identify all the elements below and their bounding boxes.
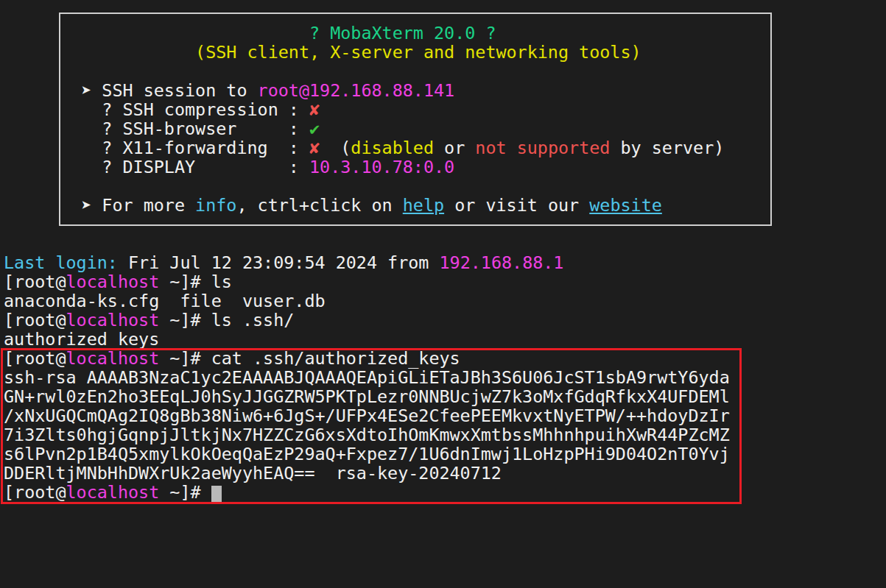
- terminal-cursor: [211, 486, 222, 503]
- terminal-line: Last login: Fri Jul 12 23:09:54 2024 fro…: [4, 253, 730, 272]
- terminal-line: GN+rwl0zEn2ho3EEqLJ0hSyJJGGZRW5PKTpLezr0…: [4, 387, 730, 406]
- text-segment: authorized_keys: [4, 329, 159, 350]
- text-segment: ➤ SSH session to: [60, 80, 258, 101]
- text-segment: Fri Jul 12 23:09:54 2024 from: [118, 252, 440, 273]
- terminal-line: ? X11-forwarding : ✘ (disabled or not su…: [60, 138, 770, 157]
- terminal-line: DDERltjMNbHhDWXrUk2aeWyyhEAQ== rsa-key-2…: [4, 464, 730, 483]
- text-segment: [root@: [4, 272, 66, 292]
- terminal-line: anaconda-ks.cfg file vuser.db: [4, 291, 730, 311]
- text-segment: ~]# cat .ssh/authorized_keys: [159, 348, 460, 369]
- website-link[interactable]: website: [589, 195, 662, 216]
- text-segment: root@192.168.88.141: [258, 80, 455, 101]
- terminal-line: ? DISPLAY : 10.3.10.78:0.0: [60, 157, 770, 177]
- text-segment: anaconda-ks.cfg file vuser.db: [4, 291, 326, 311]
- text-segment: 10.3.10.78:0.0: [309, 157, 454, 177]
- terminal-line: ➤ For more info, ctrl+click on help or v…: [60, 196, 770, 215]
- text-segment: localhost: [66, 310, 160, 330]
- text-segment: ? SSH-browser :: [60, 118, 309, 139]
- terminal-line: ➤ SSH session to root@192.168.88.141: [60, 81, 770, 100]
- terminal-line: [root@localhost ~]# ls .ssh/: [4, 311, 730, 330]
- text-segment: disabled: [351, 138, 434, 158]
- text-segment: ? SSH compression :: [60, 99, 309, 120]
- terminal-line: ? SSH-browser : ✔: [60, 119, 770, 138]
- text-segment: info: [195, 195, 236, 216]
- text-segment: (SSH client, X-server and networking too…: [60, 42, 641, 63]
- help-link[interactable]: help: [403, 195, 444, 216]
- text-segment: , ctrl+click on: [236, 195, 402, 216]
- terminal-line: [root@localhost ~]#: [4, 483, 730, 502]
- text-segment: s6lPvn2p1B4Q5xmylkOkOeqQaEzP29aQ+Fxpez7/…: [4, 444, 730, 464]
- terminal-line: s6lPvn2p1B4Q5xmylkOkOeqQaEzP29aQ+Fxpez7/…: [4, 444, 730, 464]
- banner-lines: ? MobaXterm 20.0 ? (SSH client, X-server…: [60, 24, 770, 215]
- terminal-line: [root@localhost ~]# cat .ssh/authorized_…: [4, 349, 730, 368]
- terminal-output: Last login: Fri Jul 12 23:09:54 2024 fro…: [4, 253, 730, 502]
- text-segment: ~]#: [159, 482, 211, 503]
- text-segment: or visit our: [444, 195, 589, 216]
- terminal-line: [60, 62, 770, 81]
- text-segment: ✘: [309, 138, 320, 158]
- text-segment: 7i3Zlts0hgjGqnpjJltkjNx7HZZCzG6xsXdtoIhO…: [4, 425, 730, 445]
- terminal-line: ? MobaXterm 20.0 ?: [60, 24, 770, 43]
- text-segment: ➤ For more: [60, 195, 195, 216]
- text-segment: ssh-rsa AAAAB3NzaC1yc2EAAAABJQAAAQEApiGL…: [4, 367, 730, 388]
- text-segment: [root@: [4, 348, 66, 369]
- text-segment: Last login:: [4, 252, 118, 273]
- terminal-line: authorized_keys: [4, 330, 730, 349]
- text-segment: localhost: [66, 348, 160, 369]
- text-segment: ~]# ls .ssh/: [159, 310, 294, 330]
- terminal-line: /xNxUGQCmQAg2IQ8gBb38Niw6+6JgS+/UFPx4ESe…: [4, 406, 730, 425]
- text-segment: ✘: [309, 99, 320, 120]
- mobaxterm-banner: ? MobaXterm 20.0 ? (SSH client, X-server…: [59, 13, 772, 226]
- text-segment: GN+rwl0zEn2ho3EEqLJ0hSyJJGGZRW5PKTpLezr0…: [4, 386, 730, 407]
- terminal-screen[interactable]: ? MobaXterm 20.0 ? (SSH client, X-server…: [0, 0, 886, 588]
- text-segment: or: [434, 138, 475, 158]
- text-segment: ? MobaXterm 20.0 ?: [60, 23, 496, 43]
- text-segment: DDERltjMNbHhDWXrUk2aeWyyhEAQ== rsa-key-2…: [4, 463, 502, 483]
- text-segment: by server): [610, 138, 724, 158]
- terminal-line: [root@localhost ~]# ls: [4, 272, 730, 291]
- text-segment: not supported: [475, 138, 610, 158]
- text-segment: ~]# ls: [159, 272, 232, 292]
- terminal-line: 7i3Zlts0hgjGqnpjJltkjNx7HZZCzG6xsXdtoIhO…: [4, 425, 730, 444]
- text-segment: [root@: [4, 310, 66, 330]
- terminal-line: ? SSH compression : ✘: [60, 100, 770, 119]
- text-segment: ? DISPLAY :: [60, 157, 309, 177]
- text-segment: ? X11-forwarding :: [60, 138, 309, 158]
- text-segment: localhost: [66, 272, 160, 292]
- text-segment: [root@: [4, 482, 66, 503]
- terminal-line: ssh-rsa AAAAB3NzaC1yc2EAAAABJQAAAQEApiGL…: [4, 368, 730, 387]
- terminal-line: (SSH client, X-server and networking too…: [60, 43, 770, 62]
- text-segment: (: [320, 138, 351, 158]
- text-segment: /xNxUGQCmQAg2IQ8gBb38Niw6+6JgS+/UFPx4ESe…: [4, 405, 730, 426]
- text-segment: localhost: [66, 482, 160, 503]
- text-segment: 192.168.88.1: [439, 252, 563, 273]
- terminal-line: [60, 177, 770, 196]
- text-segment: ✔: [309, 118, 320, 139]
